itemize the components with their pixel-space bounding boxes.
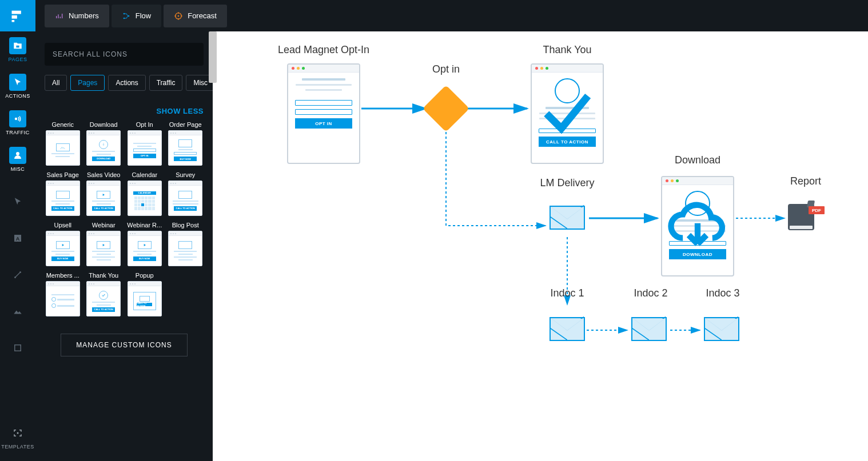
search-input[interactable]: SEARCH ALL ICONS xyxy=(45,43,204,66)
svg-rect-3 xyxy=(16,45,19,48)
filter-pages[interactable]: Pages xyxy=(70,75,105,91)
svg-point-4 xyxy=(15,118,18,121)
rail-misc[interactable]: MISC xyxy=(0,141,35,178)
filter-actions[interactable]: Actions xyxy=(108,75,145,91)
label-indoc2: Indoc 2 xyxy=(634,287,667,299)
panel-icon-salesvideo[interactable]: Sales Video CALL TO ACTION xyxy=(86,171,122,216)
icon-panel: SEARCH ALL ICONS All Pages Actions Traff… xyxy=(35,31,213,461)
node-indoc1[interactable] xyxy=(550,317,585,341)
panel-icon-popup[interactable]: Popup CALL TO ACTION xyxy=(126,272,163,316)
label-lm-delivery: LM Delivery xyxy=(540,177,594,189)
tool-shape[interactable] xyxy=(0,331,35,367)
label-thank-you: Thank You xyxy=(543,44,591,56)
panel-icon-webinarreplay[interactable]: Webinar R... BUY NOW xyxy=(126,222,163,266)
svg-point-13 xyxy=(123,13,125,14)
topbar: Numbers Flow Forecast xyxy=(35,0,868,31)
svg-point-15 xyxy=(128,15,129,17)
tool-cursor[interactable] xyxy=(0,185,35,221)
node-lead-magnet[interactable]: OPT IN xyxy=(287,63,360,164)
show-less-button[interactable]: SHOW LESS xyxy=(45,107,204,115)
svg-point-14 xyxy=(123,17,125,19)
flow-icon xyxy=(122,11,131,21)
label-indoc3: Indoc 3 xyxy=(706,287,739,299)
node-lm-delivery[interactable] xyxy=(550,206,585,230)
rail-pages[interactable]: PAGES xyxy=(0,31,35,68)
panel-icon-download[interactable]: Download DOWNLOAD xyxy=(86,121,122,166)
cloud-download-icon xyxy=(662,177,733,275)
node-indoc2[interactable] xyxy=(631,317,667,341)
svg-rect-11 xyxy=(15,345,21,351)
app-logo[interactable] xyxy=(0,0,35,31)
label-report: Report xyxy=(790,175,821,187)
svg-rect-1 xyxy=(12,15,17,18)
svg-point-12 xyxy=(17,432,19,434)
tool-text[interactable]: A xyxy=(0,221,35,258)
node-indoc3[interactable] xyxy=(704,317,739,341)
check-icon xyxy=(532,65,603,163)
tab-forecast[interactable]: Forecast xyxy=(164,5,227,27)
rail-actions[interactable]: ACTIONS xyxy=(0,68,35,105)
node-report[interactable]: PDF xyxy=(788,201,821,230)
node-download[interactable]: DOWNLOAD xyxy=(661,176,734,276)
tab-flow[interactable]: Flow xyxy=(112,5,161,27)
filter-all[interactable]: All xyxy=(45,75,67,91)
label-lead-magnet: Lead Magnet Opt-In xyxy=(278,44,369,56)
svg-point-17 xyxy=(178,15,180,17)
panel-icon-generic[interactable]: Generic xyxy=(45,121,81,166)
label-opt-in: Opt in xyxy=(432,63,460,75)
panel-icon-blogpost[interactable]: Blog Post xyxy=(168,222,204,266)
left-icon-rail: PAGES ACTIONS TRAFFIC MISC A TEMPLATES xyxy=(0,0,35,461)
svg-rect-2 xyxy=(12,20,15,22)
panel-icon-order[interactable]: Order Page BUY NOW xyxy=(168,121,204,166)
svg-text:A: A xyxy=(16,236,20,242)
target-icon xyxy=(174,11,183,21)
filter-row: All Pages Actions Traffic Misc xyxy=(45,75,204,91)
panel-icon-calendar[interactable]: Calendar CALENDAR xyxy=(126,171,163,216)
label-download: Download xyxy=(675,154,720,166)
node-thank-you[interactable]: CALL TO ACTION xyxy=(531,63,604,164)
icon-grid: Generic Download DOWNLOAD Opt In OPT IN … xyxy=(45,121,204,316)
svg-point-5 xyxy=(16,152,19,155)
rail-traffic[interactable]: TRAFFIC xyxy=(0,105,35,141)
panel-icon-thankyou[interactable]: Thank You CALL TO ACTION xyxy=(86,272,122,316)
svg-line-10 xyxy=(15,272,20,277)
flow-canvas[interactable]: Lead Magnet Opt-In OPT IN Opt in Thank Y… xyxy=(218,31,868,461)
filter-traffic[interactable]: Traffic xyxy=(149,75,183,91)
panel-icon-sales[interactable]: Sales Page CALL TO ACTION xyxy=(45,171,81,216)
panel-icon-members[interactable]: Members ... xyxy=(45,272,81,316)
chart-icon xyxy=(55,11,64,21)
tool-line[interactable] xyxy=(0,258,35,294)
manage-custom-icons-button[interactable]: MANAGE CUSTOM ICONS xyxy=(61,334,188,356)
label-indoc1: Indoc 1 xyxy=(550,287,584,299)
panel-icon-survey[interactable]: Survey CALL TO ACTION xyxy=(168,171,204,216)
panel-icon-webinar[interactable]: Webinar xyxy=(86,222,122,266)
rail-templates[interactable]: TEMPLATES xyxy=(0,419,35,455)
panel-scrollbar[interactable] xyxy=(209,31,217,83)
panel-icon-optin[interactable]: Opt In OPT IN xyxy=(126,121,163,166)
svg-rect-0 xyxy=(12,10,21,14)
panel-icon-upsell[interactable]: Upsell BUY NOW xyxy=(45,222,81,266)
tab-numbers[interactable]: Numbers xyxy=(45,5,109,27)
tool-image[interactable] xyxy=(0,294,35,331)
